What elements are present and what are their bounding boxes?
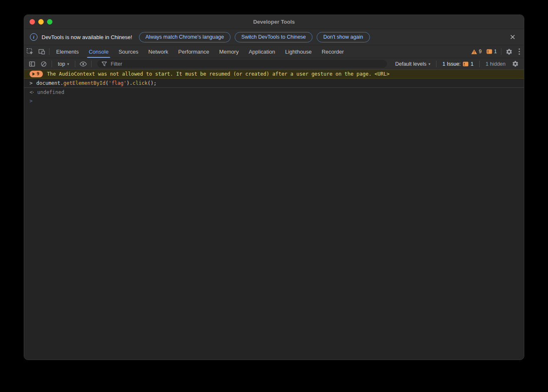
warning-message: The AudioContext was not allowed to star… xyxy=(47,71,390,77)
warning-count: 9 xyxy=(479,49,482,54)
return-value-icon: <· xyxy=(30,89,34,96)
result-value: undefined xyxy=(37,89,64,96)
close-icon[interactable] xyxy=(509,33,516,41)
log-levels-dropdown[interactable]: Default levels ▾ xyxy=(392,61,434,67)
always-match-language-button[interactable]: Always match Chrome's language xyxy=(139,32,231,42)
issues-badge[interactable]: 1 xyxy=(484,45,499,58)
console-log-area[interactable]: 9 The AudioContext was not allowed to st… xyxy=(24,70,524,360)
zoom-window-button[interactable] xyxy=(47,19,52,25)
filter-input[interactable] xyxy=(110,61,383,67)
console-warning-row[interactable]: 9 The AudioContext was not allowed to st… xyxy=(24,70,524,79)
settings-gear-icon[interactable] xyxy=(503,45,515,58)
chevron-down-icon: ▾ xyxy=(429,62,431,66)
banner-message: DevTools is now available in Chinese! xyxy=(42,34,132,40)
warnings-badge[interactable]: 9 xyxy=(469,45,484,58)
console-sidebar-icon[interactable] xyxy=(27,60,37,68)
traffic-lights xyxy=(30,19,52,25)
issue-count: 1 xyxy=(494,49,497,54)
close-window-button[interactable] xyxy=(30,19,35,25)
command-code: document.getElementById('flag').click(); xyxy=(36,80,156,86)
issue-icon xyxy=(486,49,492,54)
clear-console-icon[interactable] xyxy=(38,60,49,68)
chevron-down-icon: ▾ xyxy=(67,62,69,66)
console-toolbar: top ▾ Default levels ▾ 1 Issue: xyxy=(24,58,524,70)
issues-counter[interactable]: 1 Issue: 1 xyxy=(439,61,477,67)
command-chevron: > xyxy=(30,80,32,86)
tab-console[interactable]: Console xyxy=(84,45,114,58)
context-selector-value: top xyxy=(58,61,65,67)
dont-show-again-button[interactable]: Don't show again xyxy=(317,32,370,42)
log-levels-value: Default levels xyxy=(395,61,426,67)
devtools-window: Developer Tools i DevTools is now availa… xyxy=(24,15,524,360)
warning-group-badge[interactable]: 9 xyxy=(30,71,43,77)
issue-icon xyxy=(463,62,469,67)
window-title: Developer Tools xyxy=(24,19,524,25)
hidden-messages-label: 1 hidden xyxy=(482,61,509,67)
device-toolbar-icon[interactable] xyxy=(36,45,47,58)
language-banner: i DevTools is now available in Chinese! … xyxy=(24,29,524,45)
filter-input-wrap xyxy=(97,60,387,68)
warning-repeat-count: 9 xyxy=(37,71,40,77)
tab-application[interactable]: Application xyxy=(244,45,280,58)
tab-recorder[interactable]: Recorder xyxy=(317,45,349,58)
console-result-row[interactable]: <· undefined xyxy=(24,88,524,96)
panel-tabbar: Elements Console Sources Network Perform… xyxy=(24,45,524,58)
issues-label: 1 Issue: xyxy=(442,61,461,67)
inspect-element-icon[interactable] xyxy=(24,45,36,58)
kebab-menu-icon[interactable] xyxy=(515,45,524,58)
filter-funnel-icon xyxy=(102,62,107,67)
prompt-chevron: > xyxy=(30,98,32,104)
tab-performance[interactable]: Performance xyxy=(173,45,214,58)
live-expression-eye-icon[interactable] xyxy=(78,60,89,68)
console-settings-gear-icon[interactable] xyxy=(510,60,521,68)
tab-elements[interactable]: Elements xyxy=(51,45,84,58)
tab-network[interactable]: Network xyxy=(144,45,174,58)
context-selector[interactable]: top ▾ xyxy=(55,61,72,67)
info-icon: i xyxy=(30,33,37,41)
tab-memory[interactable]: Memory xyxy=(214,45,244,58)
console-prompt-row[interactable]: > xyxy=(24,96,524,105)
console-command-row[interactable]: > document.getElementById('flag').click(… xyxy=(24,79,524,88)
minimize-window-button[interactable] xyxy=(38,19,44,25)
titlebar: Developer Tools xyxy=(24,15,524,29)
tab-sources[interactable]: Sources xyxy=(114,45,144,58)
switch-devtools-chinese-button[interactable]: Switch DevTools to Chinese xyxy=(235,32,312,42)
expand-triangle-icon xyxy=(32,72,35,76)
issues-count: 1 xyxy=(471,61,474,67)
tab-lighthouse[interactable]: Lighthouse xyxy=(280,45,317,58)
warning-triangle-icon xyxy=(471,49,477,54)
